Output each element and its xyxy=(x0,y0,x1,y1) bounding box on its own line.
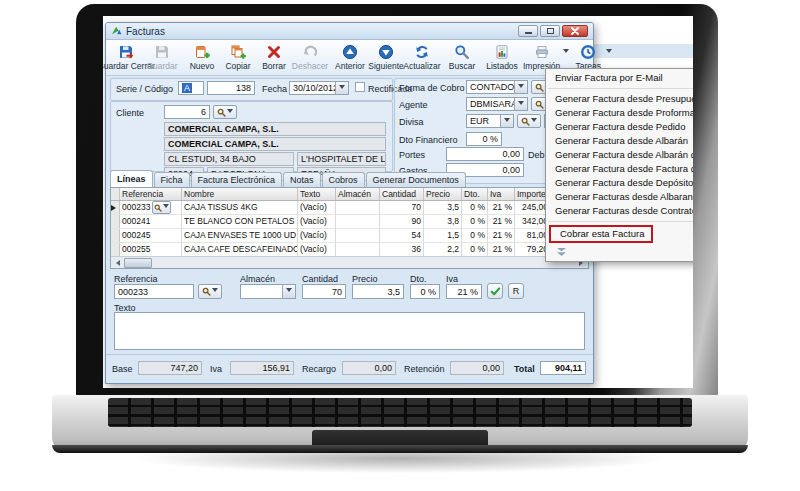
agente-dropdown[interactable] xyxy=(514,98,527,110)
cell-referencia[interactable]: 000241 xyxy=(120,215,182,228)
r-button[interactable]: R xyxy=(508,283,524,299)
deshacer-button[interactable]: Deshacer xyxy=(292,40,328,75)
cell-nombre[interactable]: TE BLANCO CON PETALOS DE xyxy=(182,215,298,228)
col-cantidad[interactable]: Cantidad xyxy=(380,188,424,200)
menu-item-desde-proforma[interactable]: Generar Factura desde Proforma xyxy=(546,106,693,120)
tab-generar-documentos[interactable]: Generar Documentos xyxy=(366,172,466,187)
impresion-dropdown-arrow[interactable] xyxy=(563,49,569,56)
cell-texto[interactable]: (Vacío) xyxy=(298,243,336,256)
forma-cobro-dropdown[interactable] xyxy=(514,81,527,93)
confirm-line-button[interactable] xyxy=(487,283,503,299)
editor-referencia-search-button[interactable] xyxy=(198,284,222,299)
col-almacen[interactable]: Almacén xyxy=(336,188,380,200)
almacen-dropdown[interactable] xyxy=(282,285,295,298)
cell-iva[interactable]: 21 % xyxy=(488,215,515,228)
serie-input[interactable]: A xyxy=(178,81,204,95)
table-row[interactable]: 000233 CAJA TISSUS 4KG (Vacío) 70 3,5 0 … xyxy=(111,201,588,215)
cliente-search-button[interactable] xyxy=(213,105,237,119)
siguiente-button[interactable]: Siguiente xyxy=(368,40,404,75)
col-precio[interactable]: Precio xyxy=(424,188,462,200)
menu-item-enviar-email[interactable]: Enviar Factura por E-Mail xyxy=(546,71,693,85)
fecha-combo[interactable]: 30/10/2012 xyxy=(289,81,349,95)
buscar-button[interactable]: Buscar xyxy=(444,40,480,75)
close-button[interactable] xyxy=(562,25,588,37)
cell-precio[interactable]: 3,8 xyxy=(424,215,462,228)
cell-referencia[interactable]: 000233 xyxy=(120,201,182,214)
col-dto[interactable]: Dto. xyxy=(462,188,488,200)
editor-almacen-combo[interactable] xyxy=(240,284,296,299)
cell-cantidad[interactable]: 70 xyxy=(380,201,424,214)
agente-combo[interactable]: DBMISARA xyxy=(466,97,528,111)
cell-texto[interactable]: (Vacío) xyxy=(298,201,336,214)
editor-texto-textarea[interactable] xyxy=(114,312,585,350)
maximize-button[interactable] xyxy=(540,25,560,37)
col-nombre[interactable]: Nombre xyxy=(182,188,298,200)
divisa-dropdown[interactable] xyxy=(500,115,513,127)
cell-texto[interactable]: (Vacío) xyxy=(298,215,336,228)
portes-field[interactable]: 0,00 xyxy=(446,147,524,161)
tab-notas[interactable]: Notas xyxy=(283,172,321,187)
cell-referencia[interactable]: 000255 xyxy=(120,243,182,256)
cell-precio[interactable]: 3,5 xyxy=(424,201,462,214)
nuevo-button[interactable]: Nuevo xyxy=(184,40,220,75)
cell-almacen[interactable] xyxy=(336,215,380,228)
actualizar-button[interactable]: Actualizar xyxy=(404,40,440,75)
cell-almacen[interactable] xyxy=(336,229,380,242)
menu-item-desde-deposito[interactable]: Generar Factura desde Depósito xyxy=(546,176,693,190)
menu-expander[interactable] xyxy=(546,244,693,259)
editor-cantidad-input[interactable]: 70 xyxy=(302,284,346,299)
table-row[interactable]: 000241 TE BLANCO CON PETALOS DE (Vacío) … xyxy=(111,215,588,229)
col-texto[interactable]: Texto xyxy=(298,188,336,200)
cell-nombre[interactable]: CAJA CAFE DESCAFEINADO 2K xyxy=(182,243,298,256)
table-row[interactable]: 000245 CAJA ENVASES TE 1000 UD (Vacío) 5… xyxy=(111,229,588,243)
table-row[interactable]: 000255 CAJA CAFE DESCAFEINADO 2K (Vacío)… xyxy=(111,243,588,257)
rectificada-checkbox[interactable] xyxy=(355,82,365,92)
divisa-combo[interactable]: EUR xyxy=(466,114,514,128)
fecha-dropdown-button[interactable] xyxy=(335,82,348,94)
editor-dto-input[interactable]: 0 % xyxy=(410,284,440,299)
horizontal-scrollbar[interactable] xyxy=(111,256,588,268)
copiar-button[interactable]: Copiar xyxy=(220,40,256,75)
menu-item-desde-factura-compra[interactable]: Generar Factura desde Factura de Compra xyxy=(546,162,693,176)
cell-cantidad[interactable]: 90 xyxy=(380,215,424,228)
scrollbar-thumb[interactable] xyxy=(124,258,152,268)
borrar-button[interactable]: Borrar xyxy=(256,40,292,75)
forma-cobro-combo[interactable]: CONTADO xyxy=(466,80,528,94)
cell-dto[interactable]: 0 % xyxy=(462,243,488,256)
cell-iva[interactable]: 21 % xyxy=(488,243,515,256)
menu-item-desde-contratos[interactable]: Generar Facturas desde Contratos xyxy=(546,204,693,218)
listados-button[interactable]: Listados xyxy=(484,40,520,75)
guardar-cerrar-button[interactable]: Guardar Cerrar xyxy=(108,40,144,75)
minimize-button[interactable] xyxy=(518,25,538,37)
cell-precio[interactable]: 1,5 xyxy=(424,229,462,242)
guardar-button[interactable]: Guardar xyxy=(144,40,180,75)
menu-item-cobrar-factura[interactable]: Cobrar esta Factura xyxy=(551,227,646,241)
editor-iva-input[interactable]: 21 % xyxy=(446,284,482,299)
cell-texto[interactable]: (Vacío) xyxy=(298,229,336,242)
cell-referencia[interactable]: 000245 xyxy=(120,229,182,242)
menu-item-desde-pedido[interactable]: Generar Factura desde Pedido xyxy=(546,120,693,134)
divisa-search-button[interactable] xyxy=(517,114,541,128)
cell-almacen[interactable] xyxy=(336,201,380,214)
cell-dto[interactable]: 0 % xyxy=(462,201,488,214)
cell-iva[interactable]: 21 % xyxy=(488,229,515,242)
cell-nombre[interactable]: CAJA TISSUS 4KG xyxy=(182,201,298,214)
scroll-left-button[interactable] xyxy=(111,258,122,268)
menu-item-desde-albaran-compra[interactable]: Generar Factura desde Albarán de Compra xyxy=(546,148,693,162)
tab-cobros[interactable]: Cobros xyxy=(322,172,365,187)
codigo-input[interactable]: 138 xyxy=(207,81,255,95)
anterior-button[interactable]: Anterior xyxy=(332,40,368,75)
cell-lookup-button[interactable] xyxy=(152,201,171,214)
cliente-input[interactable]: 6 xyxy=(164,105,210,119)
col-referencia[interactable]: Referencia xyxy=(120,188,182,200)
cell-almacen[interactable] xyxy=(336,243,380,256)
cell-nombre[interactable]: CAJA ENVASES TE 1000 UD xyxy=(182,229,298,242)
menu-item-desde-albaranes[interactable]: Generar Facturas desde Albaranes xyxy=(546,190,693,204)
cell-iva[interactable]: 21 % xyxy=(488,201,515,214)
tab-factura-electronica[interactable]: Factura Electrónica xyxy=(191,172,283,187)
dto-financiero-field[interactable]: 0 % xyxy=(466,132,502,146)
tareas-dropdown-arrow[interactable] xyxy=(606,49,612,56)
cell-precio[interactable]: 2,2 xyxy=(424,243,462,256)
cell-dto[interactable]: 0 % xyxy=(462,215,488,228)
tab-lineas[interactable]: Líneas xyxy=(110,170,153,187)
